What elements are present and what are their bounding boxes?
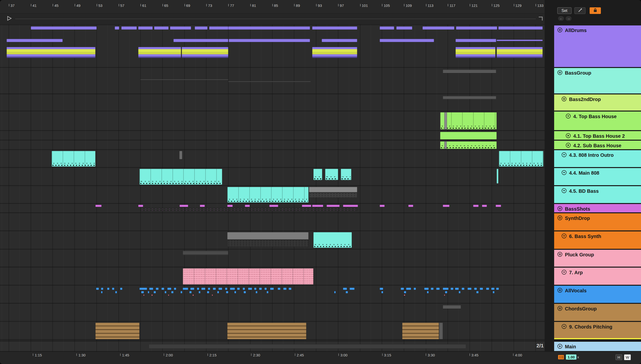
arrangement-clip[interactable]: [174, 39, 228, 42]
vocal-clip[interactable]: [480, 288, 483, 290]
track-lane-alldrums[interactable]: [0, 26, 544, 68]
arrangement-clip[interactable]: [121, 26, 137, 30]
vocal-clip[interactable]: [283, 288, 287, 290]
vocal-clip[interactable]: [107, 288, 109, 290]
arrangement-clip[interactable]: [52, 151, 96, 166]
arrangement-clip[interactable]: [182, 47, 228, 58]
track-lane-4-4-main-808[interactable]: [0, 168, 544, 186]
play-button[interactable]: [566, 142, 571, 149]
vocal-clip[interactable]: [112, 288, 114, 290]
bassshot-clip[interactable]: [312, 205, 323, 207]
arrangement-clip[interactable]: [497, 47, 543, 58]
vocal-clip[interactable]: [154, 291, 156, 293]
vocal-clip[interactable]: [256, 291, 258, 293]
vocal-clip[interactable]: [168, 294, 169, 296]
vocal-clip[interactable]: [474, 288, 477, 290]
vocal-clip[interactable]: [401, 288, 404, 290]
vocal-clip[interactable]: [380, 288, 383, 290]
vocal-clip[interactable]: [197, 288, 199, 290]
arrangement-clip[interactable]: [422, 26, 454, 30]
track-header-pluck-group[interactable]: Pluck Group: [554, 250, 641, 267]
vocal-clip[interactable]: [259, 288, 262, 290]
track-header-9-chords-pitching[interactable]: 9. Chords Pitching: [554, 322, 641, 340]
bassshot-clip[interactable]: [96, 205, 102, 207]
arrangement-clip[interactable]: [138, 26, 152, 30]
arrangement-clip[interactable]: [440, 142, 497, 149]
vocal-clip[interactable]: [115, 291, 117, 293]
arrangement-clip[interactable]: [115, 26, 119, 30]
vocal-clip[interactable]: [414, 288, 416, 290]
vocal-clip[interactable]: [162, 288, 164, 290]
bassshot-clip[interactable]: [180, 205, 188, 207]
fold-button[interactable]: [561, 188, 567, 203]
vocal-clip[interactable]: [444, 294, 445, 296]
bassshot-clip[interactable]: [302, 205, 311, 207]
vocal-clip[interactable]: [404, 294, 405, 296]
time-signature-marker[interactable]: 2/1: [521, 343, 544, 348]
vocal-clip[interactable]: [270, 288, 274, 290]
play-button[interactable]: [566, 133, 571, 140]
vocal-clip[interactable]: [218, 288, 222, 290]
vocal-clip[interactable]: [189, 291, 192, 293]
track-header-bass2nddrop[interactable]: Bass2ndDrop: [554, 94, 641, 111]
arrangement-clip[interactable]: [443, 70, 496, 73]
arrangement-clip[interactable]: [322, 39, 358, 42]
loop-end-bracket[interactable]: [539, 17, 543, 20]
vocal-clip[interactable]: [486, 288, 489, 290]
vocal-clip[interactable]: [171, 291, 174, 293]
vocal-clip[interactable]: [230, 288, 235, 290]
arrangement-clip[interactable]: [456, 26, 497, 30]
vocal-clip[interactable]: [207, 291, 209, 293]
vocal-clip[interactable]: [101, 291, 103, 293]
vocal-clip[interactable]: [445, 291, 447, 293]
track-header-6-bass-synth[interactable]: 6. Bass Synth: [554, 232, 641, 249]
fold-button[interactable]: [561, 324, 567, 339]
vocal-clip[interactable]: [225, 288, 227, 290]
play-button[interactable]: [557, 344, 563, 351]
arrangement-clip[interactable]: [149, 344, 466, 348]
vocal-clip[interactable]: [96, 288, 99, 290]
fit-width-button[interactable]: W: [624, 354, 631, 360]
arrangement-clip[interactable]: [138, 47, 181, 58]
arrangement-clip[interactable]: [444, 142, 447, 149]
time-ruler[interactable]: 1:151:301:452:002:152:302:453:003:153:30…: [0, 352, 544, 364]
fold-button[interactable]: [566, 113, 571, 130]
arrangement-clip[interactable]: [497, 169, 498, 184]
track-header-synthdrop[interactable]: SynthDrop: [554, 213, 641, 231]
bassshot-clip[interactable]: [269, 205, 278, 207]
vocal-clip[interactable]: [436, 288, 440, 290]
vocal-clip[interactable]: [156, 288, 158, 290]
vocal-clip[interactable]: [427, 291, 429, 293]
track-header-chordsgroup[interactable]: ChordsGroup: [554, 304, 641, 322]
group-button[interactable]: [557, 288, 563, 303]
vocal-clip[interactable]: [350, 288, 354, 290]
arrangement-clip[interactable]: [179, 151, 182, 159]
track-header-4-5-bd-bass[interactable]: 4.5. BD Bass: [554, 186, 641, 204]
vocal-clip[interactable]: [334, 291, 336, 293]
arrangement-clip[interactable]: [312, 47, 357, 58]
track-lane-synthdrop[interactable]: [0, 213, 544, 231]
vocal-clip[interactable]: [244, 291, 246, 293]
group-button[interactable]: [557, 70, 563, 94]
vocal-clip[interactable]: [141, 291, 144, 293]
vocal-clip[interactable]: [254, 288, 256, 290]
arrangement-clip[interactable]: [443, 96, 496, 99]
vocal-clip[interactable]: [213, 288, 216, 290]
arrangement-clip[interactable]: [498, 26, 543, 30]
dra w-mode-button[interactable]: [574, 7, 586, 14]
bassshot-clip[interactable]: [326, 205, 340, 207]
arrangement-clip[interactable]: [154, 26, 168, 30]
track-header-alldrums[interactable]: AllDrums: [554, 26, 641, 68]
arrangement-clip[interactable]: [6, 47, 96, 58]
vocal-clip[interactable]: [167, 288, 171, 290]
track-header-main[interactable]: Main: [554, 342, 641, 352]
track-header-4-top-bass-house[interactable]: 4. Top Bass House: [554, 112, 641, 131]
arrangement-clip[interactable]: [499, 151, 544, 166]
arrangement-clip[interactable]: [227, 232, 308, 240]
vocal-clip[interactable]: [165, 291, 166, 293]
group-button[interactable]: [557, 206, 563, 212]
arrangement-clip[interactable]: [227, 187, 308, 202]
arrangement-clip[interactable]: [228, 26, 310, 30]
track-header-allvocals[interactable]: AllVocals: [554, 286, 641, 303]
arrangement-clip[interactable]: [440, 112, 497, 130]
